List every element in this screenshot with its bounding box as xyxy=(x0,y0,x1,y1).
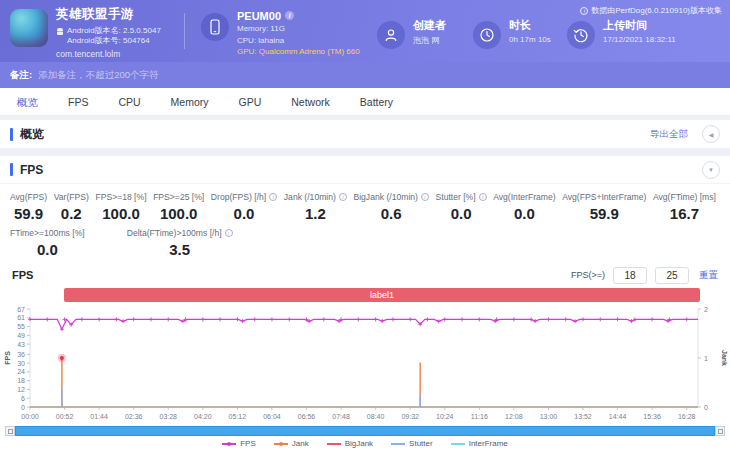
metric: Stutter [%]i0.0 xyxy=(436,192,487,222)
tab-memory[interactable]: Memory xyxy=(156,88,224,116)
metric-value: 3.5 xyxy=(127,241,233,258)
info-icon[interactable]: i xyxy=(421,193,429,201)
overview-section-header: 概览 导出全部 ◀ xyxy=(0,120,730,148)
threshold-input-low[interactable] xyxy=(613,267,647,284)
legend-item-BigJank[interactable]: BigJank xyxy=(327,439,373,448)
chart-scrollbar[interactable] xyxy=(5,426,725,436)
metric-value: 100.0 xyxy=(153,205,204,222)
metric: Avg(FTime) [ms]16.7 xyxy=(653,192,716,222)
fps-chart[interactable]: 0612182430364349556167FPS012Jank00:0000:… xyxy=(0,303,730,425)
metric-value: 0.6 xyxy=(353,205,428,222)
app-block: 英雄联盟手游 Android版本名: 2.5.0.5047 Android版本号… xyxy=(10,4,182,59)
duration-block: 时长 0h 17m 10s xyxy=(473,14,567,49)
legend-label: Stutter xyxy=(409,439,433,448)
scrollbar-right-button[interactable] xyxy=(715,426,725,436)
metric-value: 0.0 xyxy=(211,205,277,222)
svg-text:11:16: 11:16 xyxy=(471,413,488,420)
svg-text:67: 67 xyxy=(17,306,25,313)
app-name: 英雄联盟手游 xyxy=(56,6,161,23)
duration-value: 0h 17m 10s xyxy=(509,35,551,44)
metric-value: 0.0 xyxy=(10,241,85,258)
svg-text:61: 61 xyxy=(17,314,25,321)
metric: Delta(FTime)>100ms [/h]i3.5 xyxy=(127,228,233,258)
chevron-left-icon: ◀ xyxy=(709,131,714,138)
remarks-bar[interactable]: 备注: 添加备注，不超过200个字符 xyxy=(0,62,730,88)
svg-text:00:52: 00:52 xyxy=(56,413,74,420)
tab-battery[interactable]: Battery xyxy=(345,88,408,116)
svg-text:0: 0 xyxy=(704,404,708,411)
metric: FPS>=18 [%]100.0 xyxy=(95,192,146,222)
package-name: com.tencent.lolm xyxy=(56,49,161,59)
collapse-left-button[interactable]: ◀ xyxy=(702,125,720,143)
legend-item-InterFrame[interactable]: InterFrame xyxy=(451,439,508,448)
tab-bar: 概览FPSCPUMemoryGPUNetworkBattery xyxy=(0,88,730,116)
svg-text:07:48: 07:48 xyxy=(332,413,350,420)
duration-label: 时长 xyxy=(509,18,551,33)
metric: Drop(FPS) [/h]i0.0 xyxy=(211,192,277,222)
metric-label: Delta(FTime)>100ms [/h]i xyxy=(127,228,233,238)
svg-text:00:00: 00:00 xyxy=(21,413,39,420)
upload-label: 上传时间 xyxy=(603,18,676,33)
creator-block: 创建者 泡泡 网 xyxy=(377,14,473,49)
metric: BigJank (/10min)i0.6 xyxy=(353,192,428,222)
scrollbar-track[interactable] xyxy=(15,426,715,436)
metric-label: Var(FPS) xyxy=(54,192,89,202)
legend-label: InterFrame xyxy=(469,439,508,448)
svg-text:12: 12 xyxy=(17,386,25,393)
fps-chart-header: FPS FPS(>=) 重置 xyxy=(0,265,730,285)
svg-text:18: 18 xyxy=(17,377,25,384)
overview-title: 概览 xyxy=(20,126,44,143)
reset-button[interactable]: 重置 xyxy=(699,269,718,282)
svg-text:2: 2 xyxy=(704,306,708,313)
scrollbar-left-button[interactable] xyxy=(5,426,15,436)
device-memory: Memory: 11G xyxy=(237,24,360,33)
fps-section-title: FPS xyxy=(20,163,43,177)
export-all-link[interactable]: 导出全部 xyxy=(650,128,688,141)
metric-label: Avg(FPS) xyxy=(10,192,47,202)
legend-item-FPS[interactable]: FPS xyxy=(222,439,256,448)
svg-text:16:28: 16:28 xyxy=(678,413,696,420)
svg-text:55: 55 xyxy=(17,323,25,330)
remarks-input[interactable]: 添加备注，不超过200个字符 xyxy=(38,69,158,82)
svg-text:FPS: FPS xyxy=(4,351,11,365)
info-icon[interactable]: i xyxy=(339,193,347,201)
metric-label: Avg(FPS+InterFrame) xyxy=(562,192,646,202)
svg-text:06:56: 06:56 xyxy=(298,413,316,420)
legend-label: FPS xyxy=(240,439,256,448)
remarks-label: 备注: xyxy=(10,69,32,82)
threshold-input-high[interactable] xyxy=(655,267,689,284)
tab-cpu[interactable]: CPU xyxy=(103,88,155,116)
tab-gpu[interactable]: GPU xyxy=(224,88,277,116)
metric-value: 59.9 xyxy=(562,205,646,222)
metric: Avg(InterFrame)0.0 xyxy=(493,192,555,222)
metric-value: 59.9 xyxy=(10,205,47,222)
scrollbar-thumb[interactable] xyxy=(15,426,715,436)
legend-marker xyxy=(327,443,341,445)
device-cpu: CPU: lahaina xyxy=(237,36,360,45)
legend-item-Jank[interactable]: Jank xyxy=(274,439,309,448)
device-info-icon[interactable]: i xyxy=(285,11,294,20)
legend-item-Stutter[interactable]: Stutter xyxy=(391,439,433,448)
metric-label: Jank (/10min)i xyxy=(284,192,347,202)
chart-legend: FPSJankBigJankStutterInterFrame xyxy=(0,439,730,448)
info-icon[interactable]: i xyxy=(225,229,233,237)
metric-value: 1.2 xyxy=(284,205,347,222)
header-divider xyxy=(184,13,185,49)
tab-fps[interactable]: FPS xyxy=(53,88,103,116)
metric: Var(FPS)0.2 xyxy=(54,192,89,222)
collapse-down-button[interactable]: ▼ xyxy=(702,161,720,179)
svg-text:10:24: 10:24 xyxy=(436,413,454,420)
metric-value: 100.0 xyxy=(95,205,146,222)
device-gpu: GPU: Qualcomm Adreno (TM) 660 xyxy=(237,47,360,56)
metrics-row-1: Avg(FPS)59.9Var(FPS)0.2FPS>=18 [%]100.0F… xyxy=(0,184,730,222)
info-icon[interactable]: i xyxy=(269,193,277,201)
metric-label: FTime>=100ms [%] xyxy=(10,228,85,238)
svg-text:49: 49 xyxy=(17,332,25,339)
metric: FTime>=100ms [%]0.0 xyxy=(10,228,85,258)
legend-marker xyxy=(391,443,405,445)
tab-overview[interactable]: 概览 xyxy=(2,88,53,116)
svg-text:02:36: 02:36 xyxy=(125,413,143,420)
metric: Avg(FPS+InterFrame)59.9 xyxy=(562,192,646,222)
info-icon[interactable]: i xyxy=(479,193,487,201)
tab-network[interactable]: Network xyxy=(276,88,345,116)
